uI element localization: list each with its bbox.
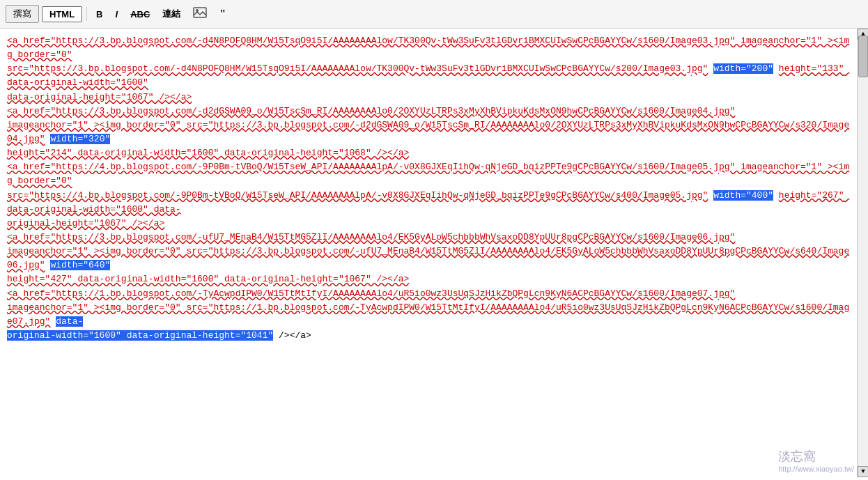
bold-button[interactable]: B xyxy=(91,6,107,22)
editor-container: <a href="https://3.bp.blogspot.com/-d4N8… xyxy=(0,29,868,477)
scrollbar-arrow-down[interactable]: ▼ xyxy=(858,466,868,477)
write-button[interactable]: 撰寫 xyxy=(6,5,39,23)
svg-rect-0 xyxy=(194,8,206,17)
quote-button[interactable]: " xyxy=(215,5,231,23)
toolbar-divider-1 xyxy=(86,7,87,21)
html-button[interactable]: HTML xyxy=(42,6,82,22)
toolbar: 撰寫 HTML B I ABC 連結 " xyxy=(0,0,868,29)
italic-button[interactable]: I xyxy=(111,6,123,22)
code-editor[interactable]: <a href="https://3.bp.blogspot.com/-d4N8… xyxy=(0,29,857,477)
strikethrough-button[interactable]: ABC xyxy=(125,6,155,22)
image-button[interactable] xyxy=(188,4,212,24)
link-button[interactable]: 連結 xyxy=(157,5,185,23)
image-icon xyxy=(193,7,207,18)
scrollbar-thumb[interactable] xyxy=(858,36,868,77)
scrollbar[interactable]: ▲ ▼ xyxy=(857,29,868,477)
